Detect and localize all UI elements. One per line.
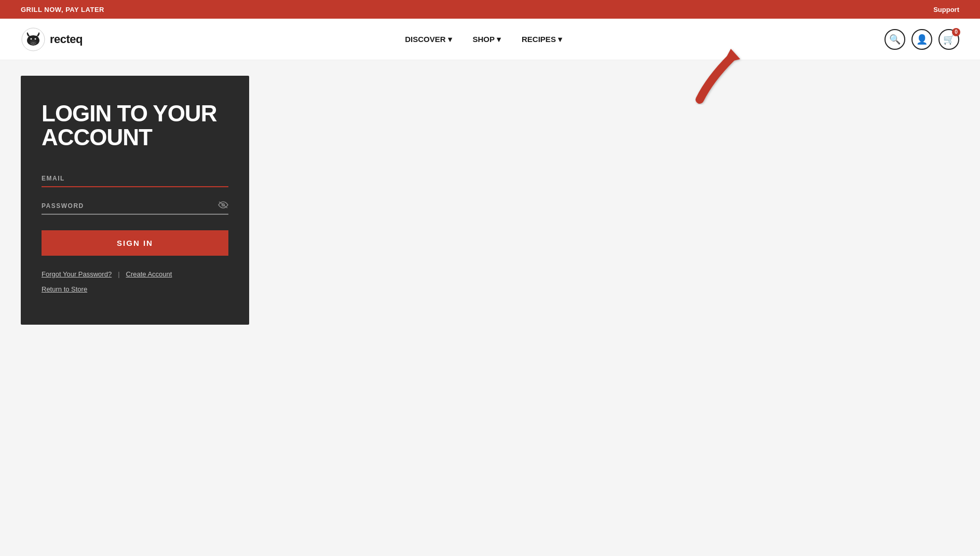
link-divider: | <box>118 270 119 278</box>
svg-point-9 <box>34 43 35 44</box>
header-icons: 🔍 👤 🛒 0 <box>884 29 959 50</box>
nav-item-discover[interactable]: DISCOVER ▾ <box>405 35 452 44</box>
account-button[interactable]: 👤 <box>911 29 932 50</box>
create-account-link[interactable]: Create Account <box>126 270 172 278</box>
cart-badge: 0 <box>952 28 960 36</box>
password-form-group <box>42 198 228 215</box>
cart-button[interactable]: 🛒 0 <box>938 29 959 50</box>
return-to-store-row: Return to Store <box>42 284 228 294</box>
logo-text: recteq <box>50 33 83 46</box>
email-input-wrapper <box>42 170 228 187</box>
header: recteq DISCOVER ▾ SHOP ▾ RECIPES ▾ 🔍 👤 🛒… <box>0 19 980 60</box>
account-icon: 👤 <box>916 34 928 45</box>
nav-item-shop[interactable]: SHOP ▾ <box>473 35 501 44</box>
svg-point-6 <box>35 38 36 39</box>
chevron-down-icon: ▾ <box>497 35 501 44</box>
login-card: LOGIN TO YOUR ACCOUNT <box>21 76 249 325</box>
password-input-wrapper <box>42 198 228 215</box>
password-input[interactable] <box>42 198 228 214</box>
chevron-down-icon: ▾ <box>558 35 562 44</box>
svg-point-8 <box>32 43 33 44</box>
main-content: LOGIN TO YOUR ACCOUNT <box>0 60 980 340</box>
main-nav: DISCOVER ▾ SHOP ▾ RECIPES ▾ <box>405 35 562 44</box>
return-to-store-link[interactable]: Return to Store <box>42 285 87 293</box>
nav-item-recipes[interactable]: RECIPES ▾ <box>522 35 562 44</box>
promo-text: GRILL NOW, PAY LATER <box>21 6 104 13</box>
chevron-down-icon: ▾ <box>448 35 452 44</box>
search-icon: 🔍 <box>889 34 901 45</box>
search-button[interactable]: 🔍 <box>884 29 905 50</box>
svg-point-5 <box>31 38 32 39</box>
account-links-row: Forgot Your Password? | Create Account <box>42 270 228 278</box>
email-input[interactable] <box>42 170 228 186</box>
logo-icon <box>21 27 46 52</box>
email-form-group <box>42 170 228 187</box>
sign-in-button[interactable]: SIGN IN <box>42 230 228 256</box>
password-toggle-icon[interactable] <box>218 201 228 211</box>
login-title: LOGIN TO YOUR ACCOUNT <box>42 102 228 149</box>
forgot-password-link[interactable]: Forgot Your Password? <box>42 270 112 278</box>
logo-area[interactable]: recteq <box>21 27 83 52</box>
support-link[interactable]: Support <box>933 6 959 13</box>
svg-point-7 <box>31 42 36 45</box>
top-banner: GRILL NOW, PAY LATER Support <box>0 0 980 19</box>
